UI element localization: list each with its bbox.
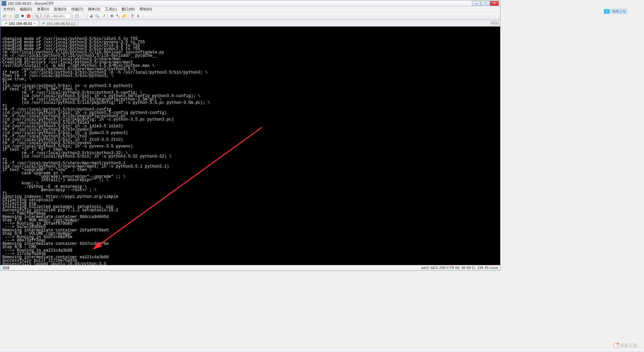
find-icon[interactable]: 🔍: [95, 13, 100, 19]
menu-window[interactable]: 窗口(W): [119, 7, 137, 12]
menu-file[interactable]: 文件(F): [1, 7, 17, 12]
menu-tools[interactable]: 工具(L): [103, 7, 119, 12]
terminal-line: then rm -f /usr/local/python3.5/bin/pyth…: [2, 74, 498, 78]
disconnect-icon[interactable]: ✖: [20, 13, 25, 19]
tab-status-icon: ✔: [5, 21, 7, 25]
menu-view[interactable]: 查看(V): [35, 7, 51, 12]
connect-icon[interactable]: 🔗: [2, 13, 7, 19]
menu-options[interactable]: 选项(O): [52, 7, 68, 12]
terminal-line: Successfully tagged ubuntu-16.04/python:…: [2, 262, 498, 265]
terminal-line: (cd /usr/local/python3.5/bin; ln -s pyve…: [2, 145, 498, 148]
paste-icon[interactable]: 📄: [80, 13, 86, 19]
tab-next-icon[interactable]: ▷: [495, 20, 499, 25]
terminal-line: Removing intermediate container 92d7cc0a…: [2, 242, 498, 246]
terminal-output[interactable]: changing mode of /usr/local/python3.5/bi…: [0, 27, 500, 265]
reconnect-icon[interactable]: 🔄: [14, 13, 19, 19]
tab-inactive[interactable]: ✔ 192.168.46.62 (1): [39, 20, 78, 26]
tab-prev-icon[interactable]: ◁: [490, 20, 494, 25]
copy-icon[interactable]: 📋: [74, 13, 79, 19]
tab-strip: ✔ 192.168.46.62 × ✔ 192.168.46.62 (1) ◁ …: [0, 20, 500, 27]
tab-status-icon: ✔: [42, 21, 45, 25]
terminal-line: install|*) ensurepip="" ;; \: [2, 178, 498, 182]
tab-label: 192.168.46.62: [9, 21, 32, 26]
about-icon[interactable]: ℹ: [136, 13, 141, 19]
disconnect-all-icon[interactable]: ⛔: [26, 13, 31, 19]
session-options-icon[interactable]: ⚙: [109, 13, 114, 19]
tab-active[interactable]: ✔ 192.168.46.62 ×: [2, 20, 39, 26]
terminal-line: Ignoring indexes: https://pypi.python.or…: [2, 195, 498, 199]
securecrt-window: 192.168.46.62 - SecureCRT — □ ✕ 文件(F) 编辑…: [0, 0, 500, 271]
terminal-line: $ensurepip --root=/ ; \: [2, 188, 498, 192]
menu-bar: 文件(F) 编辑(E) 查看(V) 选项(O) 传输(T) 脚本(S) 工具(L…: [0, 6, 500, 12]
watermark-logo-icon: [613, 343, 619, 348]
tab-label: 192.168.46.62 (1): [46, 21, 75, 26]
close-button[interactable]: ✕: [490, 1, 499, 6]
watermark-text: 创新互联: [620, 343, 637, 349]
terminal-line: (cd /usr/local/python3.5/lib/pkgconfig; …: [2, 101, 498, 104]
tab-close-icon[interactable]: ×: [34, 21, 36, 25]
upload-icon: ⇧: [604, 9, 610, 14]
terminal-line: Removing intermediate container 2bfa4f67…: [2, 229, 498, 232]
minimize-button[interactable]: —: [472, 1, 481, 6]
status-left: 就绪: [2, 265, 10, 270]
watermark: 创新互联: [613, 343, 637, 349]
terminal-line: Successfully installed pip-7.1.2 setupto…: [2, 209, 498, 212]
menu-transfer[interactable]: 传输(T): [69, 7, 85, 12]
terminal-line: ---> Running in ea221c4a3b08: [2, 249, 498, 252]
terminal-line: (cd /usr/local/python3.5/bin; ln -s pyth…: [2, 155, 498, 158]
log-icon[interactable]: 📝: [101, 13, 106, 19]
upload-label: 拖拽上传: [610, 9, 627, 14]
toolbar: 🔗 ⚡ 🔄 ✖ ⛔ 📋 📄 🖨 🔍 📝 ⚙ 🔧 🔑 ❓ ℹ: [0, 12, 500, 20]
app-icon: [2, 1, 6, 6]
menu-edit[interactable]: 编辑(E): [18, 7, 34, 12]
terminal-line: Step 7/9 : RUN mkdir /opt/myApp/: [2, 219, 498, 222]
host-input[interactable]: [34, 13, 71, 19]
key-icon[interactable]: 🔑: [121, 13, 126, 19]
maximize-button[interactable]: □: [481, 1, 490, 6]
menu-script[interactable]: 脚本(S): [86, 7, 102, 12]
status-right: ssh2: AES-256-CTR 69, 36 69 行, 236 列 Lin…: [421, 265, 498, 270]
terminal-line: ---> Running in 92d7cc0abf6e: [2, 235, 498, 239]
taskbar: [0, 348, 644, 352]
status-bar: 就绪 ssh2: AES-256-CTR 69, 36 69 行, 236 列 …: [0, 265, 500, 270]
window-title: 192.168.46.62 - SecureCRT: [8, 1, 54, 5]
terminal-line: if test "xupgrade" != "xno" ; then \: [2, 168, 498, 172]
print-icon[interactable]: 🖨: [89, 13, 94, 19]
global-options-icon[interactable]: 🔧: [115, 13, 120, 19]
menu-help[interactable]: 帮助(H): [138, 7, 154, 12]
quick-connect-icon[interactable]: ⚡: [8, 13, 13, 19]
title-bar[interactable]: 192.168.46.62 - SecureCRT — □ ✕: [0, 0, 500, 6]
upload-widget[interactable]: ⇧ 拖拽上传: [604, 9, 627, 14]
help-icon[interactable]: ❓: [129, 13, 135, 19]
